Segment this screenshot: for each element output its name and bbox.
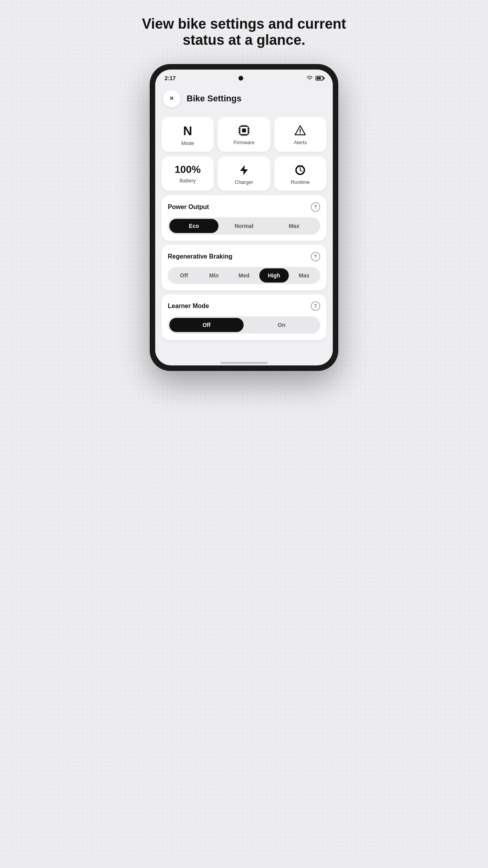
firmware-icon xyxy=(238,125,250,136)
battery-fill xyxy=(317,77,321,79)
battery-tile[interactable]: 100% Battery xyxy=(161,156,214,191)
charger-label: Charger xyxy=(235,179,253,185)
power-output-toggle: Eco Normal Max xyxy=(168,217,320,235)
charger-icon xyxy=(238,164,250,176)
power-normal-option[interactable]: Normal xyxy=(219,219,268,233)
svg-rect-1 xyxy=(242,128,246,132)
tiles-row-1: N Mode xyxy=(161,117,327,152)
power-max-option[interactable]: Max xyxy=(270,219,319,233)
alerts-label: Alerts xyxy=(294,139,307,145)
power-eco-option[interactable]: Eco xyxy=(169,219,218,233)
regen-braking-card: Regenerative Braking ? Off Min Med High … xyxy=(161,245,327,290)
mode-icon: N xyxy=(183,125,192,137)
firmware-label: Firmware xyxy=(233,139,255,145)
phone-shell: 2:17 × Bike Settings xyxy=(150,64,338,371)
screen-content: × Bike Settings N Mode xyxy=(155,84,333,356)
power-output-help[interactable]: ? xyxy=(311,202,320,212)
regen-med-option[interactable]: Med xyxy=(229,268,259,283)
camera-dot xyxy=(238,76,243,81)
svg-point-15 xyxy=(300,133,301,134)
power-output-header: Power Output ? xyxy=(168,202,320,212)
tiles-row-2: 100% Battery Charger xyxy=(161,156,327,191)
charger-tile[interactable]: Charger xyxy=(218,156,270,191)
learner-mode-toggle: Off On xyxy=(168,316,320,334)
regen-high-option[interactable]: High xyxy=(259,268,288,283)
svg-marker-16 xyxy=(240,165,248,175)
learner-mode-card: Learner Mode ? Off On xyxy=(161,294,327,340)
runtime-label: Runtime xyxy=(291,179,310,185)
regen-braking-toggle: Off Min Med High Max xyxy=(168,267,320,284)
learner-mode-help[interactable]: ? xyxy=(311,301,320,311)
runtime-icon xyxy=(294,164,306,176)
firmware-tile[interactable]: Firmware xyxy=(218,117,270,152)
status-time: 2:17 xyxy=(165,75,176,81)
battery-value: 100% xyxy=(174,164,201,174)
learner-off-option[interactable]: Off xyxy=(169,318,244,332)
power-output-card: Power Output ? Eco Normal Max xyxy=(161,195,327,241)
mode-tile[interactable]: N Mode xyxy=(161,117,214,152)
status-bar: 2:17 xyxy=(155,70,333,84)
page-title: Bike Settings xyxy=(187,94,241,104)
learner-on-option[interactable]: On xyxy=(244,318,319,332)
battery-label: Battery xyxy=(180,178,196,184)
mode-label: Mode xyxy=(181,140,194,146)
regen-off-option[interactable]: Off xyxy=(169,268,198,283)
app-header: × Bike Settings xyxy=(161,90,327,107)
close-button[interactable]: × xyxy=(163,90,180,107)
runtime-tile[interactable]: Runtime xyxy=(274,156,327,191)
wifi-icon xyxy=(306,75,313,81)
learner-mode-title: Learner Mode xyxy=(168,303,209,310)
power-output-title: Power Output xyxy=(168,204,209,211)
regen-braking-title: Regenerative Braking xyxy=(168,253,233,260)
regen-braking-help[interactable]: ? xyxy=(311,252,320,261)
regen-braking-header: Regenerative Braking ? xyxy=(168,252,320,261)
home-indicator xyxy=(220,362,268,364)
page-headline: View bike settings and current status at… xyxy=(134,16,354,48)
status-icons xyxy=(306,75,323,81)
alerts-tile[interactable]: Alerts xyxy=(274,117,327,152)
phone-screen: 2:17 × Bike Settings xyxy=(155,70,333,365)
regen-max-option[interactable]: Max xyxy=(290,268,319,283)
svg-line-22 xyxy=(300,170,302,171)
learner-mode-header: Learner Mode ? xyxy=(168,301,320,311)
alert-icon xyxy=(294,125,306,136)
battery-icon xyxy=(316,76,323,81)
regen-min-option[interactable]: Min xyxy=(199,268,228,283)
